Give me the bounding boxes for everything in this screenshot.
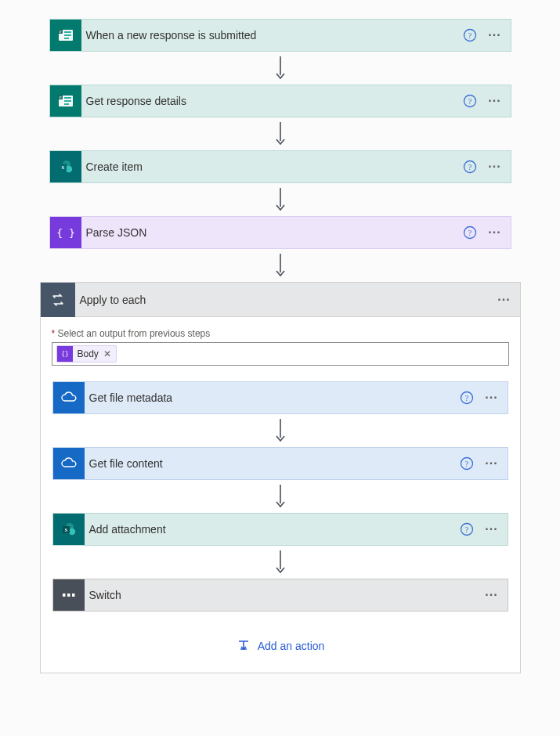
svg-rect-14: [64, 103, 69, 105]
svg-text:?: ?: [468, 163, 471, 171]
add-action-button[interactable]: Add an action: [52, 638, 509, 654]
connector-arrow: [0, 249, 560, 282]
ellipsis-icon: ···: [497, 293, 510, 307]
step-title: Get response details: [81, 95, 459, 107]
svg-point-37: [68, 529, 74, 535]
step-get-file-metadata[interactable]: Get file metadata ? ···: [52, 381, 508, 414]
help-button[interactable]: ?: [456, 387, 478, 409]
svg-text:S: S: [64, 527, 67, 532]
step-title: Parse JSON: [81, 226, 459, 239]
step-get-file-content[interactable]: Get file content ? ···: [52, 447, 508, 480]
more-button[interactable]: ···: [481, 518, 503, 540]
ellipsis-icon: ···: [485, 456, 497, 471]
svg-rect-44: [67, 593, 70, 597]
more-button[interactable]: ···: [481, 453, 503, 474]
help-button[interactable]: ?: [459, 90, 481, 112]
svg-text:?: ?: [468, 97, 471, 106]
svg-rect-12: [64, 97, 71, 99]
help-button[interactable]: ?: [456, 453, 478, 474]
ellipsis-icon: ···: [488, 94, 500, 108]
step-title: Apply to each: [75, 294, 493, 306]
sharepoint-icon: S: [53, 514, 85, 545]
add-action-label: Add an action: [258, 640, 325, 652]
svg-text:F: F: [60, 30, 62, 34]
field-label: * Select an output from previous steps: [52, 328, 509, 339]
sharepoint-icon: S: [50, 151, 81, 182]
svg-rect-3: [64, 31, 71, 33]
help-button[interactable]: ?: [459, 156, 481, 178]
svg-text:?: ?: [464, 460, 468, 468]
svg-point-19: [65, 166, 71, 172]
step-switch[interactable]: Switch ···: [52, 579, 508, 612]
svg-rect-45: [72, 593, 75, 597]
ellipsis-icon: ···: [485, 522, 497, 536]
connector-arrow: [0, 52, 560, 85]
onedrive-icon: [53, 382, 85, 413]
svg-rect-5: [64, 38, 69, 39]
svg-text:?: ?: [464, 394, 468, 402]
step-add-attachment[interactable]: S Add attachment ? ···: [52, 513, 508, 546]
svg-text:?: ?: [468, 229, 471, 237]
connector-arrow: [274, 546, 287, 579]
connector-arrow: [274, 480, 287, 513]
step-apply-to-each[interactable]: Apply to each ··· * Select an output fro…: [40, 282, 521, 673]
svg-text:{ }: { }: [56, 227, 74, 239]
svg-rect-43: [63, 593, 66, 597]
switch-icon: [53, 579, 85, 611]
svg-rect-13: [64, 100, 71, 102]
add-action-icon: [236, 638, 251, 654]
more-button[interactable]: ···: [484, 90, 506, 112]
svg-text:?: ?: [464, 525, 468, 534]
more-button[interactable]: ···: [493, 289, 515, 311]
token-label: Body: [78, 348, 99, 359]
step-title: Switch: [85, 589, 481, 601]
ellipsis-icon: ···: [488, 160, 500, 174]
help-button[interactable]: ?: [459, 24, 481, 46]
step-create-item[interactable]: S Create item ? ···: [49, 150, 511, 183]
ellipsis-icon: ···: [488, 225, 500, 240]
token-remove-button[interactable]: ✕: [103, 348, 111, 359]
svg-text:S: S: [61, 164, 64, 170]
more-button[interactable]: ···: [484, 156, 506, 178]
connector-arrow: [0, 117, 560, 150]
svg-text:{}: {}: [61, 351, 69, 358]
more-button[interactable]: ···: [481, 387, 503, 409]
ellipsis-icon: ···: [488, 28, 500, 42]
step-when-new-response[interactable]: F When a new response is submitted ? ···: [49, 19, 511, 52]
svg-text:?: ?: [468, 31, 471, 40]
more-button[interactable]: ···: [481, 584, 503, 606]
svg-rect-4: [64, 34, 71, 36]
svg-text:F: F: [60, 96, 62, 99]
connector-arrow: [274, 414, 287, 447]
select-output-input[interactable]: {} Body ✕: [52, 342, 509, 366]
step-title: Add attachment: [85, 523, 456, 536]
step-get-response-details[interactable]: F Get response details ? ···: [49, 85, 511, 117]
onedrive-icon: [53, 448, 85, 479]
data-operations-icon: { }: [50, 217, 81, 248]
help-button[interactable]: ?: [456, 518, 478, 540]
step-title: Create item: [81, 161, 459, 173]
loop-icon: [41, 283, 75, 317]
forms-icon: F: [50, 20, 81, 51]
connector-arrow: [0, 183, 560, 216]
more-button[interactable]: ···: [484, 222, 506, 244]
ellipsis-icon: ···: [485, 588, 497, 602]
step-parse-json[interactable]: { } Parse JSON ? ···: [49, 216, 511, 249]
help-button[interactable]: ?: [459, 222, 481, 244]
data-operations-icon: {}: [57, 346, 73, 362]
more-button[interactable]: ···: [484, 24, 506, 46]
step-title: When a new response is submitted: [81, 29, 459, 41]
step-title: Get file metadata: [85, 391, 456, 404]
step-title: Get file content: [85, 457, 456, 470]
ellipsis-icon: ···: [485, 391, 497, 405]
forms-icon: F: [50, 85, 81, 117]
token-body[interactable]: {} Body ✕: [56, 345, 117, 363]
